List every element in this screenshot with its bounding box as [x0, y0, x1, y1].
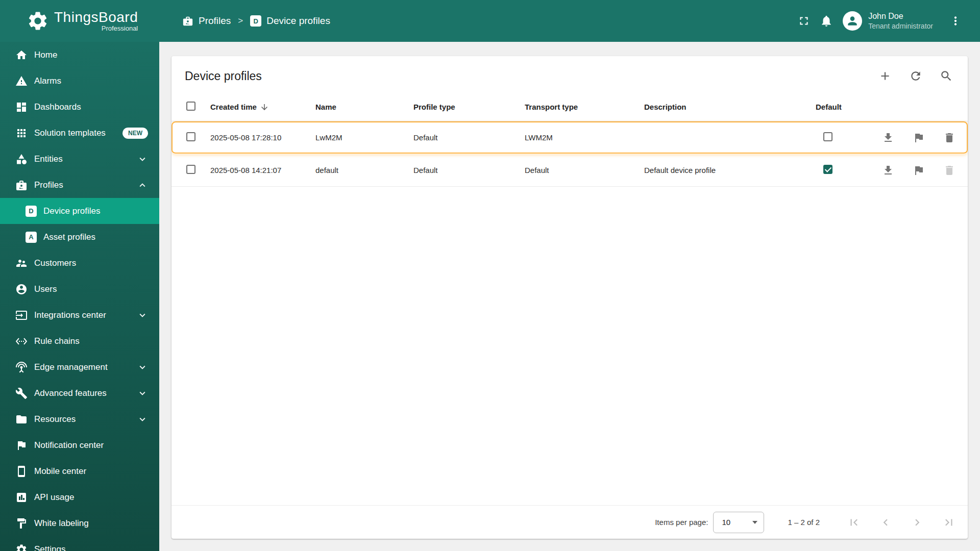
sidebar-item-mobile-center[interactable]: Mobile center	[0, 458, 159, 484]
device-profile-icon: D	[26, 206, 37, 217]
resources-icon	[15, 413, 28, 425]
items-per-page-select[interactable]: 10	[713, 512, 764, 533]
sidebar-item-home[interactable]: Home	[0, 42, 159, 68]
white-labeling-icon	[15, 517, 28, 530]
person-icon	[846, 14, 859, 28]
edge-icon	[15, 361, 28, 373]
app-logo[interactable]: ThingsBoard Professional	[0, 10, 159, 32]
sidebar-item-solution-templates[interactable]: Solution templatesNEW	[0, 120, 159, 146]
column-profile-type[interactable]: Profile type	[413, 103, 525, 111]
refresh-button[interactable]	[909, 69, 922, 83]
more-menu-button[interactable]	[944, 10, 967, 32]
delete-icon	[943, 164, 955, 177]
last-page-button[interactable]	[942, 516, 955, 529]
export-profile-button[interactable]	[882, 132, 894, 144]
card-actions	[878, 69, 953, 83]
fullscreen-icon	[797, 14, 811, 28]
sidebar-item-dashboards[interactable]: Dashboards	[0, 94, 159, 120]
sidebar-item-settings[interactable]: Settings	[0, 536, 159, 551]
sidebar-item-resources[interactable]: Resources	[0, 406, 159, 432]
flag-icon	[913, 164, 925, 177]
delete-profile-button[interactable]	[943, 164, 955, 177]
sidebar-item-label: Dashboards	[34, 102, 81, 112]
breadcrumb-current-label: Device profiles	[266, 15, 330, 27]
select-all-checkbox[interactable]	[186, 102, 195, 111]
page-range-label: 1 – 2 of 2	[788, 518, 820, 527]
chevron-down-icon	[137, 362, 148, 373]
sidebar-item-label: Settings	[34, 544, 65, 551]
cell-name: default	[315, 166, 413, 174]
chevron-down-icon	[137, 154, 148, 165]
sidebar-item-label: Device profiles	[43, 206, 101, 216]
search-icon	[940, 69, 953, 83]
sidebar-item-advanced-features[interactable]: Advanced features	[0, 380, 159, 406]
search-button[interactable]	[940, 69, 953, 83]
table-body: 2025-05-08 17:28:10LwM2MDefaultLWM2M2025…	[172, 121, 968, 187]
more-vert-icon	[949, 14, 962, 28]
export-profile-button[interactable]	[882, 164, 894, 177]
row-checkbox[interactable]	[186, 132, 195, 141]
delete-icon	[943, 132, 955, 144]
table-row[interactable]: 2025-05-08 14:21:07defaultDefaultDefault…	[172, 154, 968, 187]
default-checkbox[interactable]	[823, 165, 832, 174]
sidebar-item-edge-management[interactable]: Edge management	[0, 354, 159, 380]
previous-page-button[interactable]	[879, 516, 892, 529]
sidebar-item-label: API usage	[34, 492, 74, 503]
default-checkbox[interactable]	[823, 132, 832, 141]
column-default[interactable]: Default	[816, 103, 882, 111]
sidebar-item-customers[interactable]: Customers	[0, 250, 159, 276]
api-icon	[15, 491, 28, 504]
sidebar-item-api-usage[interactable]: API usage	[0, 484, 159, 510]
notifications-button[interactable]	[815, 10, 838, 32]
home-icon	[15, 49, 28, 61]
first-page-icon	[847, 516, 861, 529]
profiles-icon	[182, 15, 193, 27]
bell-icon	[820, 14, 833, 28]
customers-icon	[15, 257, 28, 269]
sidebar-item-profiles[interactable]: Profiles	[0, 172, 159, 198]
table-row[interactable]: 2025-05-08 17:28:10LwM2MDefaultLWM2M	[172, 121, 968, 154]
delete-profile-button[interactable]	[943, 132, 955, 144]
notification-icon	[15, 439, 28, 452]
user-info[interactable]: John Doe Tenant administrator	[868, 11, 933, 31]
first-page-button[interactable]	[847, 516, 861, 529]
make-default-button[interactable]	[913, 164, 925, 177]
brand-edition: Professional	[54, 24, 138, 32]
sidebar-item-white-labeling[interactable]: White labeling	[0, 510, 159, 536]
sidebar-item-asset-profiles[interactable]: AAsset profiles	[0, 224, 159, 250]
integrations-icon	[15, 309, 28, 321]
sidebar-item-users[interactable]: Users	[0, 276, 159, 302]
cell-created-time: 2025-05-08 17:28:10	[210, 133, 315, 142]
chevron-left-icon	[879, 516, 892, 529]
column-created-time[interactable]: Created time	[210, 103, 315, 112]
column-transport-type[interactable]: Transport type	[525, 103, 644, 111]
sidebar-item-label: Edge management	[34, 362, 108, 372]
page-title: Device profiles	[185, 69, 262, 83]
sidebar-item-entities[interactable]: Entities	[0, 146, 159, 172]
column-name[interactable]: Name	[315, 103, 413, 111]
brand-block: ThingsBoard Professional	[54, 10, 138, 32]
breadcrumb-profiles-link[interactable]: Profiles	[182, 15, 231, 27]
cell-created-time: 2025-05-08 14:21:07	[210, 166, 315, 174]
row-checkbox[interactable]	[186, 165, 195, 174]
thingsboard-logo-icon	[27, 10, 49, 32]
add-device-profile-button[interactable]	[878, 69, 892, 83]
pager-controls	[847, 516, 955, 529]
sidebar-item-notification-center[interactable]: Notification center	[0, 432, 159, 458]
device-profile-icon: D	[250, 15, 261, 27]
user-avatar[interactable]	[843, 11, 862, 31]
column-description[interactable]: Description	[644, 103, 816, 111]
cell-profile-type: Default	[413, 133, 525, 142]
fullscreen-button[interactable]	[793, 10, 815, 32]
sidebar-item-device-profiles[interactable]: DDevice profiles	[0, 198, 159, 224]
next-page-button[interactable]	[911, 516, 924, 529]
sidebar-item-rule-chains[interactable]: Rule chains	[0, 328, 159, 354]
sidebar-item-integrations-center[interactable]: Integrations center	[0, 302, 159, 328]
chevron-up-icon	[137, 180, 148, 191]
cell-profile-type: Default	[413, 166, 525, 174]
sidebar-item-label: Entities	[34, 154, 63, 164]
make-default-button[interactable]	[913, 132, 925, 144]
sidebar-item-alarms[interactable]: Alarms	[0, 68, 159, 94]
sidebar-item-label: Alarms	[34, 76, 61, 86]
settings-icon	[15, 543, 28, 551]
